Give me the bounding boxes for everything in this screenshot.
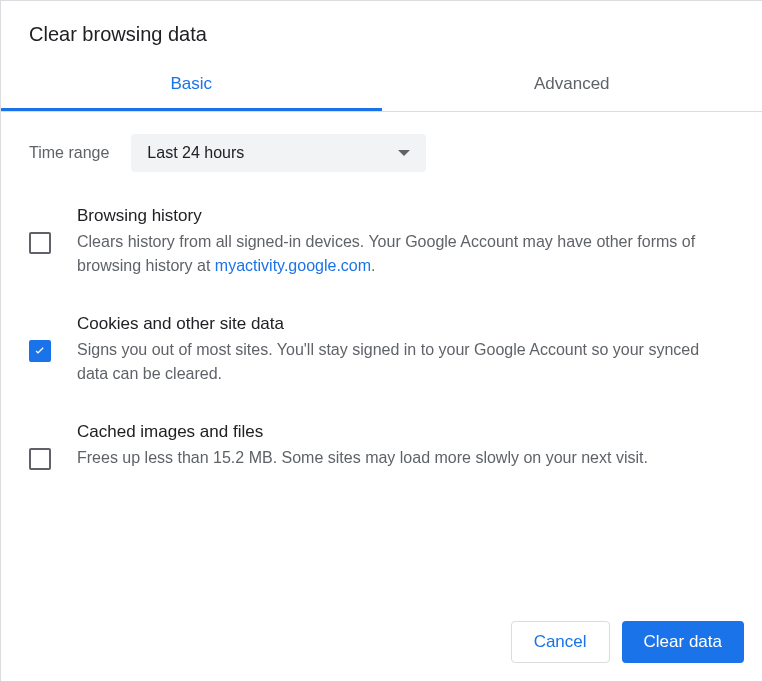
- option-title: Cookies and other site data: [77, 314, 734, 334]
- time-range-value: Last 24 hours: [147, 144, 244, 162]
- chevron-down-icon: [398, 150, 410, 156]
- check-icon: [32, 343, 48, 359]
- option-text: Browsing history Clears history from all…: [77, 206, 734, 278]
- dialog-title: Clear browsing data: [1, 1, 762, 60]
- option-cached: Cached images and files Frees up less th…: [29, 408, 734, 492]
- time-range-row: Time range Last 24 hours: [1, 112, 762, 182]
- tab-basic[interactable]: Basic: [1, 60, 382, 111]
- option-browsing-history: Browsing history Clears history from all…: [29, 192, 734, 300]
- checkbox-cached[interactable]: [29, 448, 51, 470]
- clear-browsing-data-dialog: Clear browsing data Basic Advanced Time …: [0, 0, 762, 681]
- cancel-button[interactable]: Cancel: [511, 621, 610, 663]
- tabs: Basic Advanced: [1, 60, 762, 112]
- option-desc: Frees up less than 15.2 MB. Some sites m…: [77, 446, 734, 470]
- option-text: Cookies and other site data Signs you ou…: [77, 314, 734, 386]
- myactivity-link[interactable]: myactivity.google.com: [215, 257, 371, 274]
- option-desc: Signs you out of most sites. You'll stay…: [77, 338, 734, 386]
- option-title: Browsing history: [77, 206, 734, 226]
- time-range-dropdown[interactable]: Last 24 hours: [131, 134, 426, 172]
- options-list: Browsing history Clears history from all…: [1, 182, 762, 492]
- tab-advanced[interactable]: Advanced: [382, 60, 763, 111]
- checkbox-cookies[interactable]: [29, 340, 51, 362]
- time-range-label: Time range: [29, 144, 109, 162]
- option-desc: Clears history from all signed-in device…: [77, 230, 734, 278]
- option-title: Cached images and files: [77, 422, 734, 442]
- option-cookies: Cookies and other site data Signs you ou…: [29, 300, 734, 408]
- dialog-footer: Cancel Clear data: [1, 603, 762, 681]
- option-text: Cached images and files Frees up less th…: [77, 422, 734, 470]
- clear-data-button[interactable]: Clear data: [622, 621, 744, 663]
- checkbox-browsing-history[interactable]: [29, 232, 51, 254]
